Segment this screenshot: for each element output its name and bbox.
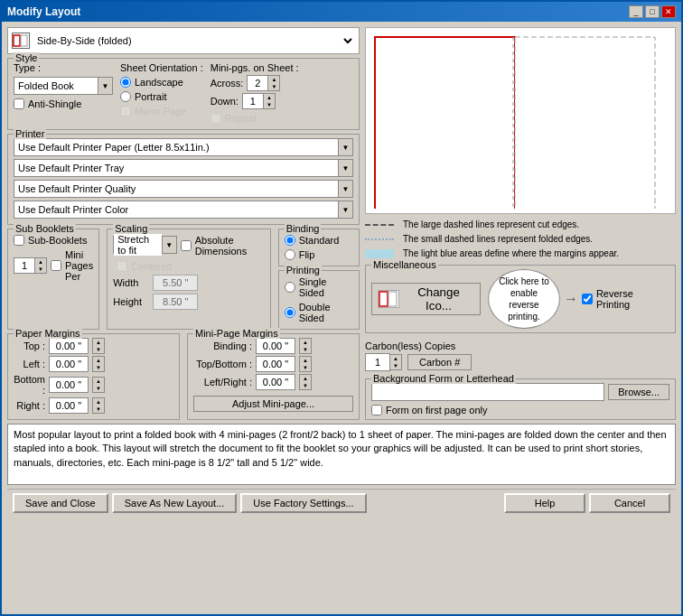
standard-row[interactable]: Standard	[285, 235, 353, 246]
lr-down-btn[interactable]: ▼	[300, 382, 311, 389]
flip-radio[interactable]	[285, 249, 295, 260]
binding-margin-input[interactable]	[256, 338, 295, 354]
mini-up-btn[interactable]: ▲	[35, 258, 46, 266]
single-sided-row[interactable]: Single Sided	[285, 276, 353, 298]
bottom-margin-input[interactable]	[49, 377, 89, 393]
tray-arrow-icon[interactable]: ▼	[338, 160, 352, 176]
portrait-row[interactable]: Portrait	[120, 91, 203, 102]
left-panel: Side-By-Side (folded) Style Type : Folde…	[7, 27, 360, 420]
down-up-btn[interactable]: ▲	[264, 94, 275, 101]
mini-pages-input[interactable]	[14, 257, 35, 274]
absolute-checkbox[interactable]	[181, 240, 192, 251]
paper-arrow-icon[interactable]: ▼	[338, 139, 352, 155]
binding-down-btn[interactable]: ▼	[300, 346, 311, 353]
mirror-page-row[interactable]: Mirror Page	[120, 106, 203, 117]
landscape-row[interactable]: Landscape	[120, 77, 203, 88]
stretch-arrow-icon[interactable]: ▼	[162, 237, 176, 253]
help-button[interactable]: Help	[504, 493, 585, 513]
down-spinner[interactable]: ▲ ▼	[242, 93, 276, 109]
stretch-combo[interactable]: Stretch to fit ▼	[113, 236, 177, 254]
top-margin-input[interactable]	[49, 338, 89, 354]
first-page-row[interactable]: Form on first page only	[371, 405, 669, 415]
reverse-printing-checkbox[interactable]	[582, 294, 593, 304]
landscape-radio[interactable]	[120, 77, 131, 88]
browse-button[interactable]: Browse...	[608, 384, 669, 400]
paper-combo[interactable]: Use Default Printer Paper (Letter 8.5x11…	[14, 138, 353, 156]
carbon-input[interactable]	[365, 353, 390, 371]
paper-margins-group: Paper Margins Top : ▲ ▼	[7, 333, 180, 420]
portrait-radio[interactable]	[120, 91, 131, 102]
carbon-down-btn[interactable]: ▼	[390, 362, 401, 369]
top-down-btn[interactable]: ▼	[93, 346, 104, 353]
save-new-layout-button[interactable]: Save As New Layout...	[112, 493, 238, 513]
reverse-printing-row[interactable]: Reverse Printing	[582, 288, 669, 310]
first-page-checkbox[interactable]	[371, 405, 382, 415]
leftright-input[interactable]	[256, 374, 295, 390]
across-down-btn[interactable]: ▼	[268, 83, 279, 90]
type-arrow-icon[interactable]: ▼	[98, 78, 112, 94]
minimize-button[interactable]: _	[629, 5, 643, 18]
background-input[interactable]	[371, 383, 604, 401]
across-up-btn[interactable]: ▲	[268, 76, 279, 83]
left-down-btn[interactable]: ▼	[93, 364, 104, 371]
topbottom-input[interactable]	[256, 356, 295, 372]
tooltip-text: Click here to enable reverse printing.	[499, 276, 549, 322]
absolute-row[interactable]: Absolute Dimensions	[181, 235, 265, 257]
across-input[interactable]	[247, 75, 268, 91]
bottom-label: Bottom :	[14, 374, 45, 396]
landscape-label: Landscape	[135, 77, 183, 88]
change-icon-button[interactable]: Change Ico...	[371, 283, 481, 315]
double-sided-row[interactable]: Double Sided	[285, 302, 353, 323]
tb-down-btn[interactable]: ▼	[300, 364, 311, 371]
top-up-btn[interactable]: ▲	[93, 339, 104, 346]
svg-rect-2	[375, 37, 515, 209]
preview-area: 1 12	[365, 27, 676, 214]
right-down-btn[interactable]: ▼	[93, 406, 104, 413]
tray-combo[interactable]: Use Default Printer Tray ▼	[14, 159, 353, 177]
tb-up-btn[interactable]: ▲	[300, 357, 311, 364]
type-combo[interactable]: Folded Book ▼	[14, 77, 113, 95]
icon-preview	[378, 290, 399, 308]
down-down-btn[interactable]: ▼	[264, 101, 275, 108]
carbon-hash-button[interactable]: Carbon #	[407, 354, 472, 370]
scaling-content: Stretch to fit ▼ Absolute Dimensions	[113, 233, 264, 310]
factory-settings-button[interactable]: Use Factory Settings...	[240, 493, 366, 513]
lr-up-btn[interactable]: ▲	[300, 375, 311, 382]
binding-up-btn[interactable]: ▲	[300, 339, 311, 346]
mini-pages-checkbox[interactable]	[51, 260, 61, 271]
cancel-button[interactable]: Cancel	[589, 493, 670, 513]
orientation-label: Sheet Orientation :	[120, 62, 203, 73]
save-close-button[interactable]: Save and Close	[13, 493, 108, 513]
standard-radio[interactable]	[285, 235, 295, 246]
right-up-btn[interactable]: ▲	[93, 398, 104, 406]
adjust-mini-page-button[interactable]: Adjust Mini-page...	[193, 396, 353, 412]
maximize-button[interactable]: □	[645, 5, 660, 18]
flip-row[interactable]: Flip	[285, 249, 353, 260]
down-input[interactable]	[242, 93, 264, 109]
single-sided-radio[interactable]	[285, 282, 295, 293]
repeat-row[interactable]: Repeat	[211, 113, 299, 124]
quality-arrow-icon[interactable]: ▼	[338, 181, 352, 197]
bottom-up-btn[interactable]: ▲	[93, 378, 104, 385]
anti-shingle-checkbox[interactable]	[14, 98, 24, 109]
quality-combo[interactable]: Use Default Printer Quality ▼	[14, 180, 353, 198]
bottom-margin-arrows: ▲ ▼	[92, 377, 105, 393]
left-up-btn[interactable]: ▲	[93, 357, 104, 364]
color-arrow-icon[interactable]: ▼	[338, 201, 352, 218]
sub-booklets-checkbox[interactable]	[14, 235, 24, 246]
bottom-down-btn[interactable]: ▼	[93, 385, 104, 392]
right-margin-input[interactable]	[49, 397, 89, 414]
flip-label: Flip	[299, 249, 315, 260]
color-combo[interactable]: Use Default Printer Color ▼	[14, 201, 353, 219]
reverse-tooltip[interactable]: Click here to enable reverse printing.	[488, 269, 560, 329]
centered-row[interactable]: Centered	[117, 261, 264, 272]
mini-down-btn[interactable]: ▼	[35, 266, 46, 273]
close-button[interactable]: ✕	[661, 5, 676, 18]
mini-pages-spinner[interactable]: ▲ ▼	[14, 257, 47, 274]
carbon-spinner[interactable]: ▲ ▼	[365, 353, 402, 371]
across-spinner[interactable]: ▲ ▼	[247, 75, 280, 91]
layout-dropdown[interactable]: Side-By-Side (folded)	[33, 34, 355, 47]
left-margin-input[interactable]	[49, 356, 89, 372]
double-sided-radio[interactable]	[285, 307, 295, 318]
carbon-up-btn[interactable]: ▲	[390, 355, 401, 362]
